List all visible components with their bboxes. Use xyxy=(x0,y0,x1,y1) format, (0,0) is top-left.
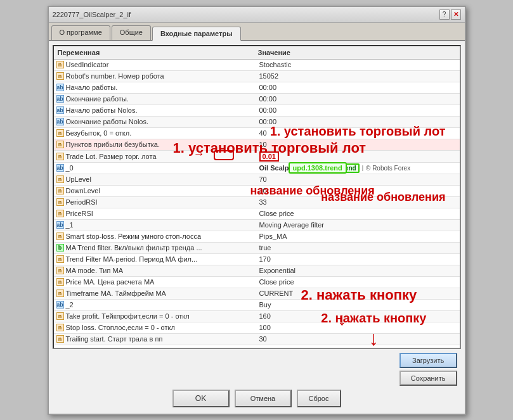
icon-num: n xyxy=(56,210,64,217)
separator: | xyxy=(304,165,305,171)
row-val-21: Buy xyxy=(257,300,460,309)
row-val-0[interactable]: Stochastic xyxy=(257,60,460,69)
row-var-19: n Price MA. Цена расчета МА xyxy=(54,277,257,286)
table-row: n Timeframe MA. Таймфрейм МА CURRENT xyxy=(54,288,460,300)
row-val-22[interactable]: 160 xyxy=(257,312,460,321)
icon-num: n xyxy=(56,72,64,80)
table-row: n UsedIndicator Stochastic xyxy=(54,60,460,71)
row-var-12: n PeriodRSI xyxy=(54,198,257,207)
row-val-3[interactable]: 00:00 xyxy=(257,94,460,103)
table-row: n Trailing. Трал,если = 0 - откл 20 xyxy=(54,345,460,346)
reset-button[interactable]: Сброс xyxy=(297,390,341,407)
table-body[interactable]: n UsedIndicator Stochastic n Robot's num… xyxy=(54,60,460,346)
ok-button[interactable]: OK xyxy=(172,390,230,407)
help-button[interactable]: ? xyxy=(439,10,450,20)
icon-num: n xyxy=(56,187,64,194)
row-var-17: n Trend Filter MA-period. Период МА фил.… xyxy=(54,255,257,264)
row-var-2: ab Начало работы. xyxy=(54,83,257,92)
row-val-7[interactable]: 10 xyxy=(257,140,460,149)
table-row: n Smart stop-loss. Режим умного стоп-лос… xyxy=(54,231,460,243)
cancel-button[interactable]: Отмена xyxy=(235,390,292,407)
row-var-1: n Robot's number. Номер робота xyxy=(54,72,257,80)
row-var-24: n Trailing start. Старт трала в пп xyxy=(54,334,257,343)
row-var-4: ab Начало работы Nolos. xyxy=(54,106,257,115)
main-window: 2220777_OilScalper_2_if ? ✕ О программе … xyxy=(48,6,466,415)
trade-lot-value[interactable]: 0.01 xyxy=(259,151,279,162)
row-val-12[interactable]: 33 xyxy=(257,198,460,207)
icon-ab: ab xyxy=(56,106,64,114)
row-val-9: Oil Scalper 2 | upd.1308.trend | © Robot… xyxy=(257,163,460,174)
icon-num: n xyxy=(56,198,64,206)
icon-num: n xyxy=(56,267,64,274)
table-row: n MA mode. Тип МА Exponential xyxy=(54,265,460,277)
robots-forex-label: © Robots Forex xyxy=(366,165,410,172)
close-button[interactable]: ✕ xyxy=(451,10,461,20)
row-val-11[interactable]: 30 xyxy=(257,186,460,195)
icon-num: n xyxy=(56,324,64,331)
row-val-23[interactable]: 100 xyxy=(257,323,460,332)
row-var-5: ab Окончание работы Nolos. xyxy=(54,117,257,126)
tab-params[interactable]: Входные параметры xyxy=(152,27,241,41)
table-row: ab _2 Buy xyxy=(54,300,460,311)
row-val-10[interactable]: 70 xyxy=(257,175,460,184)
bottom-area: Загрузить Сохранить xyxy=(53,353,461,386)
params-table: Переменная Значение 1. установить торгов… xyxy=(53,45,461,349)
row-val-16[interactable]: true xyxy=(257,243,460,252)
icon-num: n xyxy=(56,278,64,286)
row-val-19[interactable]: Close price xyxy=(257,277,460,286)
row-var-9: ab _0 xyxy=(54,163,257,172)
row-val-24[interactable]: 30 xyxy=(257,334,460,343)
save-button[interactable]: Сохранить xyxy=(399,371,457,386)
update-name-inline: upd.1308.trend xyxy=(308,163,360,173)
table-row: ab Начало работы Nolos. 00:00 xyxy=(54,105,460,117)
icon-ab: ab xyxy=(56,84,64,91)
table-row: ab Окончание работы Nolos. 00:00 xyxy=(54,117,460,128)
table-row: n Trend Filter MA-period. Период МА фил.… xyxy=(54,254,460,265)
table-row-_0: ab _0 Oil Scalper 2 | upd.1308.trend | ©… xyxy=(54,163,460,174)
col-variable-header: Переменная xyxy=(56,48,257,58)
window-title: 2220777_OilScalper_2_if xyxy=(53,11,131,18)
row-val-20[interactable]: CURRENT xyxy=(257,289,460,298)
title-bar: 2220777_OilScalper_2_if ? ✕ xyxy=(49,7,465,23)
tab-about[interactable]: О программе xyxy=(51,25,110,40)
row-var-22: n Take profit. Тейкпрофит,если = 0 - отк… xyxy=(54,312,257,321)
row-var-20: n Timeframe MA. Таймфрейм МА xyxy=(54,289,257,298)
row-var-0: n UsedIndicator xyxy=(54,60,257,69)
row-val-2[interactable]: 00:00 xyxy=(257,83,460,92)
row-var-10: n UpLevel xyxy=(54,175,257,184)
row-val-17[interactable]: 170 xyxy=(257,255,460,264)
oil-scalper-label: Oil Scalper 2 xyxy=(259,164,302,172)
table-row: n Stop loss. Стоплос,если = 0 - откл 100 xyxy=(54,322,460,334)
row-var-7: n Пунктов прибыли безубытка. xyxy=(54,140,257,149)
row-val-1[interactable]: 15052 xyxy=(257,72,460,80)
row-val-6[interactable]: 40 xyxy=(257,129,460,137)
tab-general[interactable]: Общие xyxy=(112,25,151,40)
table-row: n Trailing start. Старт трала в пп 30 xyxy=(54,334,460,345)
main-buttons-row: OK Отмена Сброс xyxy=(53,390,461,410)
row-val-5[interactable]: 00:00 xyxy=(257,117,460,126)
row-val-15[interactable]: Pips_MA xyxy=(257,232,460,241)
row-val-18[interactable]: Exponential xyxy=(257,266,460,275)
row-val-8[interactable]: 0.01 xyxy=(257,151,460,162)
col-value-header: Значение xyxy=(257,48,457,58)
icon-bool: b xyxy=(56,244,64,251)
row-var-18: n MA mode. Тип МА xyxy=(54,266,257,275)
icon-num: n xyxy=(56,61,64,68)
table-row: n Take profit. Тейкпрофит,если = 0 - отк… xyxy=(54,311,460,322)
row-var-6: n Безубыток, 0 = откл. xyxy=(54,129,257,137)
icon-ab: ab xyxy=(56,118,64,125)
separator2: | xyxy=(362,165,363,171)
table-row-trade-lot: n Trade Lot. Размер торг. лота 0.01 xyxy=(54,151,460,163)
row-var-8: n Trade Lot. Размер торг. лота xyxy=(54,152,257,161)
row-val-13[interactable]: Close price xyxy=(257,209,460,218)
table-row: n Безубыток, 0 = откл. 40 xyxy=(54,128,460,139)
table-row: n DownLevel 30 xyxy=(54,186,460,197)
row-val-4[interactable]: 00:00 xyxy=(257,106,460,115)
table-row: n PriceRSI Close price xyxy=(54,208,460,220)
icon-num: n xyxy=(56,175,64,183)
row-var-15: n Smart stop-loss. Режим умного стоп-лос… xyxy=(54,232,257,241)
table-row: ab _1 Moving Average filter xyxy=(54,220,460,231)
load-button[interactable]: Загрузить xyxy=(399,353,457,368)
icon-num: n xyxy=(56,335,64,343)
table-header: Переменная Значение xyxy=(54,46,460,60)
